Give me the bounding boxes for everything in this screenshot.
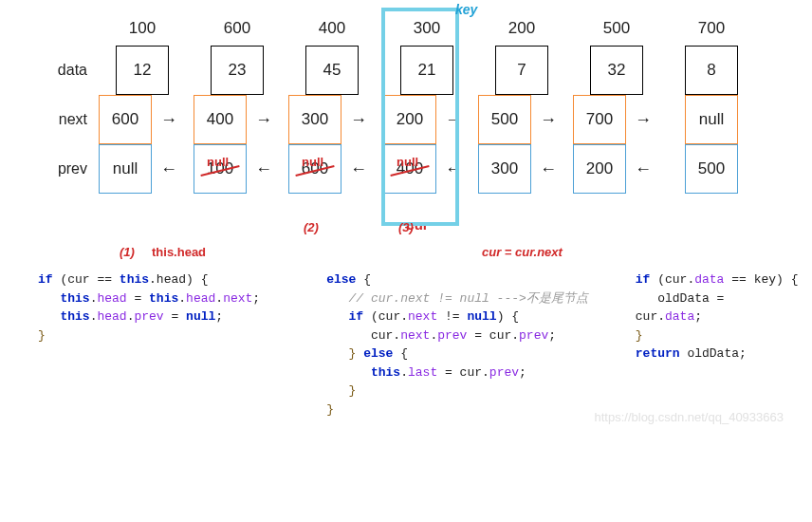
addr-1: 600 [190,19,285,46]
code-block-3: if (cur.data == key) { oldData = cur.dat… [636,270,799,419]
code-block-2: else { // cur.next != null --->不是尾节点 if … [326,270,588,419]
this-head-label: this.head [152,245,206,259]
prev-0: null [99,144,152,194]
arrow-left-icon: ← [152,144,186,194]
next-3: 200 [383,95,436,144]
addr-row-spacer [38,19,95,46]
null-ann-1: null [207,155,229,169]
step3-label: (3) [398,220,414,234]
data-2: 45 [305,46,359,95]
addr-5: 500 [569,19,664,46]
arrow-right-icon: → [531,95,565,144]
next-5: 700 [573,95,626,144]
arrow-right-icon: → [436,95,471,144]
prev-4: 300 [478,144,531,194]
arrow-left-icon: ← [531,144,565,194]
arrow-left-icon: ← [436,144,471,194]
next-label: next [38,95,95,144]
prev-2: 600 [288,144,341,194]
addr-4: 200 [474,19,569,46]
cur-label: cur [370,216,465,233]
prev-5: 200 [573,144,626,194]
code-area: if (cur == this.head) { this.head = this… [38,270,774,419]
data-label: data [38,46,95,95]
next-4: 500 [478,95,531,144]
addr-3: 300 [379,19,474,46]
arrow-right-icon: → [626,95,660,144]
data-6: 8 [685,46,738,95]
code-block-1: if (cur == this.head) { this.head = this… [38,270,260,419]
null-ann-3: null [397,155,418,169]
next-0: 600 [99,95,152,144]
cur-next-label: cur = cur.next [482,245,563,259]
step1-label: (1) [120,245,135,259]
linked-list-diagram: 100 600 400 300 200 500 700 data 12 23 4… [38,19,774,194]
null-ann-2: null [302,155,323,169]
watermark: https://blog.csdn.net/qq_40933663 [595,410,784,424]
data-4: 7 [495,46,548,95]
arrow-left-icon: ← [341,144,376,194]
step2-label: (2) [304,220,319,234]
addr-2: 400 [285,19,379,46]
prev-3: 400 [383,144,436,194]
arrow-right-icon: → [341,95,376,144]
next-6: null [685,95,738,144]
addr-0: 100 [95,19,190,46]
prev-6: 500 [685,144,738,194]
key-label: key [455,2,477,17]
arrow-right-icon: → [152,95,186,144]
arrow-left-icon: ← [626,144,660,194]
addr-6: 700 [664,19,759,46]
arrow-right-icon: → [247,95,281,144]
data-0: 12 [116,46,169,95]
data-1: 23 [211,46,264,95]
prev-label: prev [38,144,95,194]
next-1: 400 [194,95,247,144]
data-3: 21 [400,46,453,95]
prev-1: 100 [194,144,247,194]
next-2: 300 [288,95,341,144]
arrow-left-icon: ← [247,144,281,194]
data-5: 32 [590,46,643,95]
